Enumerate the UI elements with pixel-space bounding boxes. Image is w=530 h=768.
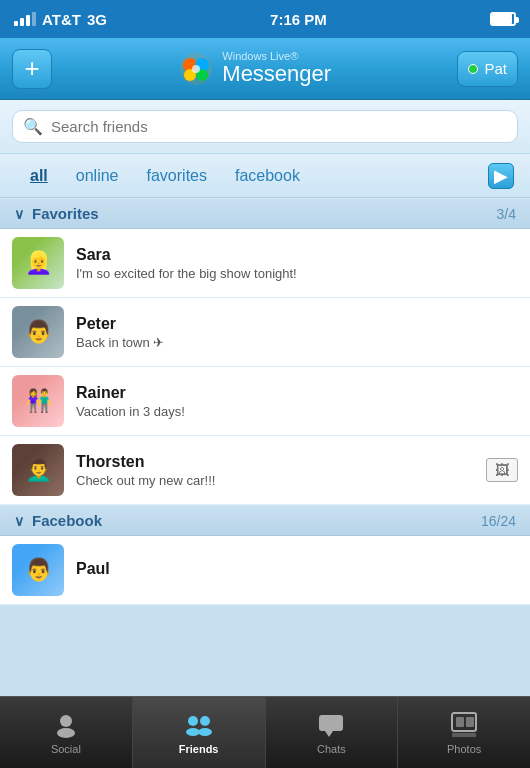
contact-row[interactable]: 👨‍🦱 Thorsten Check out my new car!!! 🖼 [0, 436, 530, 505]
svg-rect-15 [456, 717, 464, 727]
rainer-info: Rainer Vacation in 3 days! [76, 384, 518, 419]
svg-point-5 [192, 65, 200, 73]
sara-avatar: 👱‍♀️ [12, 237, 64, 289]
tab-photos-label: Photos [447, 743, 481, 755]
tab-friends-label: Friends [179, 743, 219, 755]
favorites-title: ∨ Favorites [14, 205, 99, 222]
svg-point-10 [200, 716, 210, 726]
rainer-status: Vacation in 3 days! [76, 404, 518, 419]
tab-bar: Social Friends Chats [0, 696, 530, 768]
paul-info: Paul [76, 560, 518, 580]
rainer-avatar: 👫 [12, 375, 64, 427]
contact-row[interactable]: 👨 Peter Back in town ✈ [0, 298, 530, 367]
search-icon: 🔍 [23, 117, 43, 136]
signal-bars-icon [14, 12, 36, 26]
carrier-label: AT&T [42, 11, 81, 28]
search-bar: 🔍 [0, 100, 530, 154]
social-icon [52, 711, 80, 739]
facebook-title: ∨ Facebook [14, 512, 102, 529]
online-status-dot [468, 64, 478, 74]
paul-avatar: 👨 [12, 544, 64, 596]
svg-rect-12 [319, 715, 343, 731]
network-label: 3G [87, 11, 107, 28]
thorsten-name: Thorsten [76, 453, 474, 471]
peter-name: Peter [76, 315, 518, 333]
tab-online[interactable]: online [62, 159, 133, 193]
friends-icon [183, 711, 215, 739]
sara-info: Sara I'm so excited for the big show ton… [76, 246, 518, 281]
svg-rect-17 [452, 733, 476, 737]
photos-icon [450, 711, 478, 739]
facebook-count: 16/24 [481, 513, 516, 529]
thorsten-info: Thorsten Check out my new car!!! [76, 453, 474, 488]
tab-photos[interactable]: Photos [398, 697, 530, 768]
sara-name: Sara [76, 246, 518, 264]
search-input-wrap[interactable]: 🔍 [12, 110, 518, 143]
contact-row[interactable]: 👱‍♀️ Sara I'm so excited for the big sho… [0, 229, 530, 298]
facebook-chevron-icon: ∨ [14, 513, 24, 529]
tab-friends[interactable]: Friends [133, 697, 266, 768]
paul-name: Paul [76, 560, 518, 578]
filter-tabs: all online favorites facebook ▶ [0, 154, 530, 198]
filter-more-button[interactable]: ▶ [488, 163, 514, 189]
tab-social-label: Social [51, 743, 81, 755]
svg-point-8 [188, 716, 198, 726]
search-input[interactable] [51, 118, 507, 135]
contact-row[interactable]: 👫 Rainer Vacation in 3 days! [0, 367, 530, 436]
tab-social[interactable]: Social [0, 697, 133, 768]
peter-avatar: 👨 [12, 306, 64, 358]
svg-marker-13 [325, 731, 333, 737]
status-right [490, 12, 516, 26]
favorites-count: 3/4 [497, 206, 516, 222]
tab-all[interactable]: all [16, 159, 62, 193]
app: AT&T 3G 7:16 PM + Windows Live® [0, 0, 530, 768]
tab-chats[interactable]: Chats [266, 697, 399, 768]
svg-point-6 [60, 715, 72, 727]
svg-point-11 [198, 728, 212, 736]
thorsten-status: Check out my new car!!! [76, 473, 474, 488]
peter-status: Back in town ✈ [76, 335, 518, 350]
thorsten-avatar: 👨‍🦱 [12, 444, 64, 496]
favorites-chevron-icon: ∨ [14, 206, 24, 222]
battery-icon [490, 12, 516, 26]
logo-title: Messenger [222, 62, 331, 86]
user-button[interactable]: Pat [457, 51, 518, 87]
tab-favorites[interactable]: favorites [133, 159, 221, 193]
contact-row[interactable]: 👨 Paul [0, 536, 530, 605]
favorites-label: Favorites [32, 205, 99, 222]
favorites-section-header[interactable]: ∨ Favorites 3/4 [0, 198, 530, 229]
logo-text: Windows Live® Messenger [222, 50, 331, 86]
tab-chats-label: Chats [317, 743, 346, 755]
rainer-name: Rainer [76, 384, 518, 402]
contact-list: ∨ Favorites 3/4 👱‍♀️ Sara I'm so excited… [0, 198, 530, 696]
tab-facebook[interactable]: facebook [221, 159, 314, 193]
messenger-logo-icon [178, 51, 214, 87]
logo-area: Windows Live® Messenger [178, 50, 331, 86]
svg-point-9 [186, 728, 200, 736]
facebook-section-header[interactable]: ∨ Facebook 16/24 [0, 505, 530, 536]
add-button[interactable]: + [12, 49, 52, 89]
sara-status: I'm so excited for the big show tonight! [76, 266, 518, 281]
facebook-label: Facebook [32, 512, 102, 529]
user-name-label: Pat [484, 60, 507, 77]
svg-rect-16 [466, 717, 474, 727]
header: + Windows Live® Messenger Pat [0, 38, 530, 100]
svg-point-7 [57, 728, 75, 738]
peter-info: Peter Back in town ✈ [76, 315, 518, 350]
chats-icon [317, 711, 345, 739]
status-bar: AT&T 3G 7:16 PM [0, 0, 530, 38]
time-label: 7:16 PM [270, 11, 327, 28]
status-left: AT&T 3G [14, 11, 107, 28]
image-attachment-icon: 🖼 [486, 458, 518, 482]
